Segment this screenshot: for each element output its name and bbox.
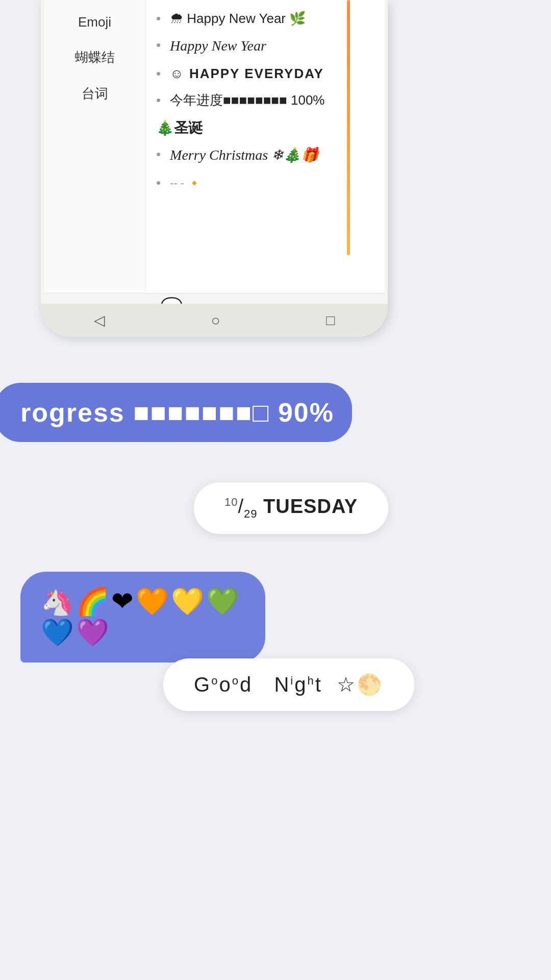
date-bubble: 10/29 TUESDAY: [194, 482, 388, 534]
progress-bubble-text: rogress ■■■■■■■□ 90%: [20, 398, 334, 427]
list-item-divider: -- - 🔸: [156, 169, 374, 198]
goodnight-bubble: Goood Night ☆🌕: [163, 658, 414, 711]
list-item-merry-christmas: Merry Christmas ❄🎄🎁: [156, 141, 374, 169]
phone-accent: [347, 0, 350, 255]
list-item-happy-new-year-italic: Happy New Year: [156, 32, 374, 60]
sidebar-item-emoji[interactable]: Emoji: [44, 5, 145, 39]
emoji-bubble-text: 🦄🌈❤🧡💛💚💙💜: [41, 586, 241, 647]
goodnight-text: Goood Night ☆🌕: [194, 673, 384, 696]
content-list: 🌨 Happy New Year 🌿 Happy New Year ☺ HAPP…: [156, 5, 374, 113]
phone-mockup: Emoji 蝴蝶结 台词 🌨 Happy New Year 🌿 Happy Ne…: [41, 0, 388, 337]
emoji-bubble: 🦄🌈❤🧡💛💚💙💜: [20, 572, 265, 663]
nav-home[interactable]: ○: [211, 312, 220, 329]
nav-back[interactable]: ◁: [94, 312, 105, 329]
date-bubble-text: 10/29 TUESDAY: [224, 496, 358, 517]
list-item-happy-new-year-emoji: 🌨 Happy New Year 🌿: [156, 5, 374, 32]
sidebar-item-butterfly[interactable]: 蝴蝶结: [44, 39, 145, 76]
sidebar: Emoji 蝴蝶结 台词: [44, 0, 146, 293]
sidebar-item-dialogue[interactable]: 台词: [44, 76, 145, 112]
list-item-happy-everyday: ☺ HAPPY EVERYDAY: [156, 60, 374, 87]
list-item-progress-100: 今年进度■■■■■■■■ 100%: [156, 87, 374, 113]
progress-bubble: rogress ■■■■■■■□ 90%: [0, 383, 352, 442]
phone-nav-bar: ◁ ○ □: [41, 304, 388, 337]
phone-inner: Emoji 蝴蝶结 台词 🌨 Happy New Year 🌿 Happy Ne…: [44, 0, 385, 334]
section-header-christmas: 🎄圣诞: [156, 113, 374, 141]
nav-recent[interactable]: □: [326, 312, 335, 329]
content-list-christmas: Merry Christmas ❄🎄🎁 -- - 🔸: [156, 141, 374, 197]
